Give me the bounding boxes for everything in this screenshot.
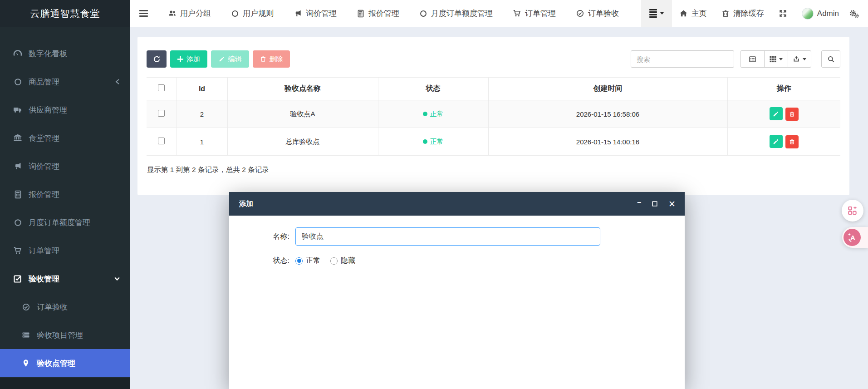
sidebar-item-acceptance-projects[interactable]: 验收项目管理 (0, 321, 130, 349)
translate-widget-button[interactable]: A (842, 227, 868, 248)
cell-name: 验收点A (227, 100, 378, 128)
extension-widget-button[interactable] (842, 200, 863, 222)
row-delete-button[interactable] (785, 108, 799, 121)
sidebar-footer-strip (0, 378, 130, 389)
status-dot-icon (423, 112, 427, 116)
sidebar-item-monthly-quota[interactable]: 月度订单额度管理 (0, 208, 130, 236)
table-row[interactable]: 2 验收点A 正常 2026-01-15 16:58:06 (147, 100, 840, 128)
sidebar-item-dashboard[interactable]: 数字化看板 (0, 39, 130, 68)
bank-icon (12, 133, 23, 143)
sidebar-item-suppliers[interactable]: 供应商管理 (0, 96, 130, 124)
export-button[interactable] (788, 50, 811, 68)
pencil-icon (773, 138, 779, 145)
fullscreen-button[interactable] (771, 0, 794, 27)
sidebar-item-inquiry[interactable]: 询价管理 (0, 152, 130, 180)
table-row[interactable]: 1 总库验收点 正常 2026-01-15 14:00:16 (147, 128, 840, 156)
home-icon (679, 9, 688, 18)
status-badge: 正常 (423, 110, 444, 118)
circle-icon (419, 10, 427, 18)
sidebar-item-canteen[interactable]: 食堂管理 (0, 124, 130, 152)
users-icon (168, 9, 177, 18)
user-menu[interactable]: Admin (794, 0, 846, 27)
detail-view-button[interactable] (740, 50, 764, 68)
apps-sparkle-icon (847, 205, 858, 216)
dialog-close-button[interactable]: ✕ (668, 199, 676, 208)
table-toolbar: 添加 编辑 删除 (137, 37, 849, 68)
sidebar-item-acceptance-mgmt[interactable]: 验收管理 (0, 265, 130, 293)
caret-down-icon (660, 12, 664, 15)
status-dot-icon (423, 139, 427, 144)
row-edit-button[interactable] (770, 107, 783, 120)
sidebar-item-products[interactable]: 商品管理 (0, 68, 130, 96)
dialog-title: 添加 (239, 199, 253, 209)
cart-icon (12, 246, 23, 255)
cell-created: 2026-01-15 16:58:06 (488, 100, 727, 128)
app-logo: 云膳通智慧食堂 (0, 0, 130, 27)
calculator-icon (12, 190, 23, 199)
check-circle-icon (576, 9, 584, 18)
refresh-button[interactable] (147, 50, 167, 68)
refresh-icon (153, 55, 161, 63)
calculator-icon (357, 10, 365, 18)
name-field-label: 名称: (229, 232, 295, 241)
search-button[interactable] (821, 50, 840, 68)
caret-down-icon (779, 58, 783, 60)
search-icon (827, 55, 835, 63)
sidebar-item-order-acceptance[interactable]: 订单验收 (0, 293, 130, 321)
cell-name: 总库验收点 (227, 128, 378, 156)
gears-icon (849, 9, 859, 18)
delete-button[interactable]: 删除 (253, 50, 290, 68)
nav-item-quotation[interactable]: 报价管理 (357, 8, 399, 19)
header-status: 状态 (378, 78, 488, 100)
sidebar-toggle-button[interactable] (139, 9, 148, 18)
row-delete-button[interactable] (785, 135, 799, 148)
sidebar-clipped-item: -- (0, 27, 130, 39)
sidebar: -- 数字化看板 商品管理 供应商管理 食堂管理 询价管理 (0, 27, 130, 389)
dialog-maximize-button[interactable] (652, 199, 657, 208)
nav-item-clear-cache[interactable]: 清除缓存 (714, 0, 771, 27)
row-edit-button[interactable] (770, 135, 783, 148)
nav-item-user-groups[interactable]: 用户分组 (168, 8, 211, 19)
trash-icon (721, 10, 730, 18)
search-input[interactable] (631, 50, 734, 68)
dialog-minimize-button[interactable]: – (637, 198, 641, 207)
server-icon (20, 330, 31, 340)
nav-item-orders[interactable]: 订单管理 (513, 8, 556, 19)
row-checkbox[interactable] (158, 138, 165, 144)
detail-view-icon (749, 55, 756, 63)
name-field[interactable] (295, 227, 600, 246)
header-name: 验收点名称 (227, 78, 378, 100)
header-created: 创建时间 (488, 78, 727, 100)
nav-item-user-rules[interactable]: 用户规则 (231, 8, 274, 19)
nav-item-monthly-quota[interactable]: 月度订单额度管理 (419, 8, 493, 19)
nav-item-inquiry[interactable]: 询价管理 (294, 8, 337, 19)
edit-button[interactable]: 编辑 (211, 50, 249, 68)
translate-icon: A (843, 229, 861, 246)
check-circle-icon (20, 303, 31, 311)
circle-icon (12, 218, 23, 227)
export-icon (793, 55, 800, 63)
row-checkbox[interactable] (158, 110, 165, 117)
select-all-cell (147, 78, 177, 100)
more-menu-dropdown[interactable] (641, 0, 672, 27)
map-marker-icon (20, 359, 31, 368)
circle-icon (12, 78, 23, 86)
columns-button[interactable] (764, 50, 788, 68)
radio-option-normal[interactable]: 正常 (295, 256, 320, 266)
dialog-body: 名称: 状态: 正常 隐藏 (229, 216, 685, 266)
sidebar-item-acceptance-points[interactable]: 验收点管理 (0, 349, 130, 377)
settings-button[interactable] (846, 0, 868, 27)
radio-option-hidden[interactable]: 隐藏 (330, 256, 355, 266)
add-button[interactable]: 添加 (170, 50, 207, 68)
select-all-checkbox[interactable] (158, 84, 165, 91)
sidebar-item-quotation[interactable]: 报价管理 (0, 180, 130, 208)
nav-item-order-acceptance[interactable]: 订单验收 (576, 8, 619, 19)
nav-item-home[interactable]: 主页 (672, 0, 714, 27)
fullscreen-icon (779, 9, 787, 18)
dialog-header[interactable]: 添加 – ✕ (229, 192, 685, 216)
header-id: Id (177, 78, 227, 100)
trash-icon (789, 111, 795, 117)
sidebar-item-orders[interactable]: 订单管理 (0, 236, 130, 265)
acceptance-points-table: Id 验收点名称 状态 创建时间 操作 2 验收点A 正常 2026-01-15… (147, 77, 840, 156)
cell-created: 2026-01-15 14:00:16 (488, 128, 727, 156)
